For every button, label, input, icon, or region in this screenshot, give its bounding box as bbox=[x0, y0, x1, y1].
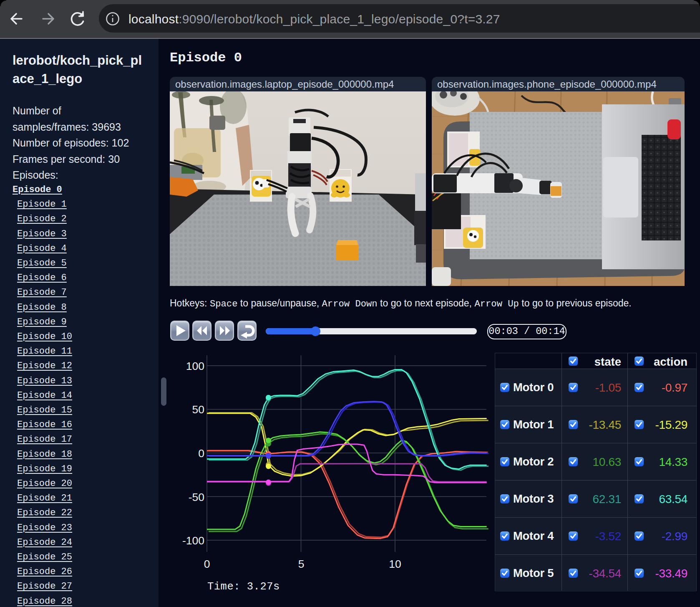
svg-text:50: 50 bbox=[192, 403, 204, 416]
svg-text:-50: -50 bbox=[189, 491, 204, 503]
svg-text:10: 10 bbox=[389, 558, 401, 570]
svg-text:0: 0 bbox=[198, 447, 204, 460]
svg-text:0: 0 bbox=[204, 558, 210, 570]
svg-text:100: 100 bbox=[186, 360, 204, 372]
svg-text:-100: -100 bbox=[182, 534, 204, 547]
svg-text:5: 5 bbox=[298, 558, 305, 570]
